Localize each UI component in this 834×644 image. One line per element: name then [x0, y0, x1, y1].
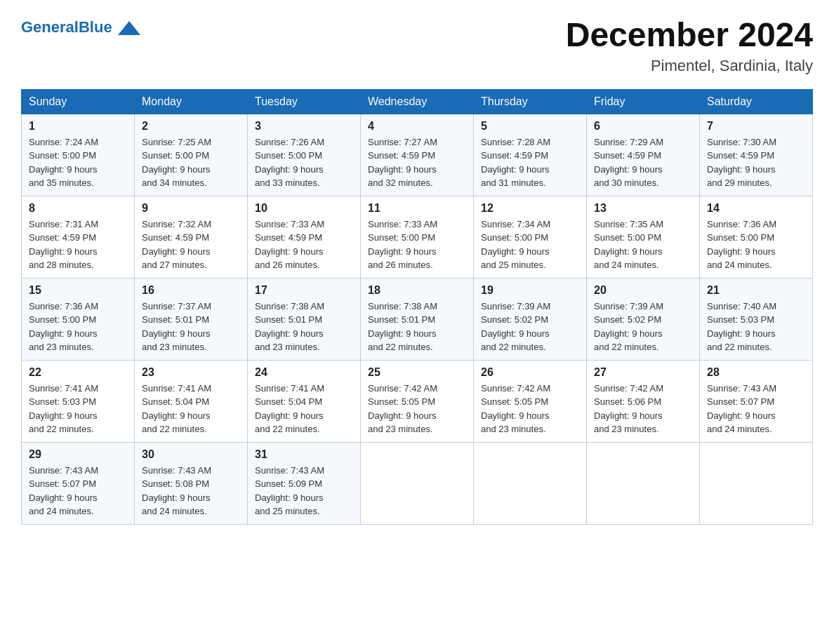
calendar-cell: 7 Sunrise: 7:30 AM Sunset: 4:59 PM Dayli…: [700, 114, 813, 196]
calendar-cell: 28 Sunrise: 7:43 AM Sunset: 5:07 PM Dayl…: [700, 360, 813, 442]
day-info: Sunrise: 7:41 AM Sunset: 5:04 PM Dayligh…: [255, 382, 353, 436]
day-number: 16: [142, 284, 240, 297]
week-row-4: 22 Sunrise: 7:41 AM Sunset: 5:03 PM Dayl…: [22, 360, 813, 442]
day-number: 6: [594, 120, 692, 133]
header-cell-monday: Monday: [135, 89, 248, 114]
day-number: 11: [368, 202, 466, 215]
calendar-cell: 30 Sunrise: 7:43 AM Sunset: 5:08 PM Dayl…: [135, 442, 248, 524]
day-info: Sunrise: 7:29 AM Sunset: 4:59 PM Dayligh…: [594, 135, 692, 190]
calendar-cell: 20 Sunrise: 7:39 AM Sunset: 5:02 PM Dayl…: [587, 278, 700, 360]
day-number: 13: [594, 202, 692, 215]
day-info: Sunrise: 7:43 AM Sunset: 5:07 PM Dayligh…: [29, 464, 127, 518]
day-number: 26: [481, 366, 579, 379]
day-info: Sunrise: 7:27 AM Sunset: 4:59 PM Dayligh…: [368, 135, 466, 190]
day-info: Sunrise: 7:36 AM Sunset: 5:00 PM Dayligh…: [29, 300, 127, 354]
day-info: Sunrise: 7:37 AM Sunset: 5:01 PM Dayligh…: [142, 300, 240, 354]
day-number: 1: [29, 120, 127, 133]
day-info: Sunrise: 7:41 AM Sunset: 5:04 PM Dayligh…: [142, 382, 240, 436]
day-number: 24: [255, 366, 353, 379]
day-info: Sunrise: 7:31 AM Sunset: 4:59 PM Dayligh…: [29, 217, 127, 272]
day-number: 17: [255, 284, 353, 297]
logo-icon: [118, 17, 140, 39]
header-cell-sunday: Sunday: [22, 89, 135, 114]
day-number: 30: [142, 448, 240, 461]
day-info: Sunrise: 7:36 AM Sunset: 5:00 PM Dayligh…: [707, 217, 805, 272]
calendar-body: 1 Sunrise: 7:24 AM Sunset: 5:00 PM Dayli…: [22, 114, 813, 524]
logo: GeneralBlue: [21, 17, 140, 39]
day-number: 19: [481, 284, 579, 297]
calendar-cell: [361, 442, 474, 524]
day-info: Sunrise: 7:39 AM Sunset: 5:02 PM Dayligh…: [481, 300, 579, 354]
header-row: SundayMondayTuesdayWednesdayThursdayFrid…: [22, 89, 813, 114]
day-number: 10: [255, 202, 353, 215]
day-info: Sunrise: 7:38 AM Sunset: 5:01 PM Dayligh…: [368, 300, 466, 354]
calendar-cell: 13 Sunrise: 7:35 AM Sunset: 5:00 PM Dayl…: [587, 196, 700, 278]
day-info: Sunrise: 7:34 AM Sunset: 5:00 PM Dayligh…: [481, 217, 579, 272]
calendar-cell: 8 Sunrise: 7:31 AM Sunset: 4:59 PM Dayli…: [22, 196, 135, 278]
calendar-cell: 15 Sunrise: 7:36 AM Sunset: 5:00 PM Dayl…: [22, 278, 135, 360]
calendar-cell: 25 Sunrise: 7:42 AM Sunset: 5:05 PM Dayl…: [361, 360, 474, 442]
day-number: 28: [707, 366, 805, 379]
day-number: 22: [29, 366, 127, 379]
day-info: Sunrise: 7:42 AM Sunset: 5:05 PM Dayligh…: [368, 382, 466, 436]
day-number: 4: [368, 120, 466, 133]
calendar-cell: 18 Sunrise: 7:38 AM Sunset: 5:01 PM Dayl…: [361, 278, 474, 360]
day-info: Sunrise: 7:43 AM Sunset: 5:07 PM Dayligh…: [707, 382, 805, 436]
calendar-cell: 26 Sunrise: 7:42 AM Sunset: 5:05 PM Dayl…: [474, 360, 587, 442]
calendar-cell: 2 Sunrise: 7:25 AM Sunset: 5:00 PM Dayli…: [135, 114, 248, 196]
header-cell-saturday: Saturday: [700, 89, 813, 114]
header-cell-tuesday: Tuesday: [248, 89, 361, 114]
calendar-cell: 6 Sunrise: 7:29 AM Sunset: 4:59 PM Dayli…: [587, 114, 700, 196]
day-number: 23: [142, 366, 240, 379]
day-info: Sunrise: 7:41 AM Sunset: 5:03 PM Dayligh…: [29, 382, 127, 436]
calendar-cell: 5 Sunrise: 7:28 AM Sunset: 4:59 PM Dayli…: [474, 114, 587, 196]
day-number: 18: [368, 284, 466, 297]
day-info: Sunrise: 7:28 AM Sunset: 4:59 PM Dayligh…: [481, 135, 579, 190]
day-info: Sunrise: 7:40 AM Sunset: 5:03 PM Dayligh…: [707, 300, 805, 354]
day-number: 25: [368, 366, 466, 379]
week-row-2: 8 Sunrise: 7:31 AM Sunset: 4:59 PM Dayli…: [22, 196, 813, 278]
logo-blue: Blue: [79, 18, 112, 36]
calendar-cell: 11 Sunrise: 7:33 AM Sunset: 5:00 PM Dayl…: [361, 196, 474, 278]
day-info: Sunrise: 7:33 AM Sunset: 4:59 PM Dayligh…: [255, 217, 353, 272]
calendar-cell: 27 Sunrise: 7:42 AM Sunset: 5:06 PM Dayl…: [587, 360, 700, 442]
month-title: December 2024: [566, 17, 813, 54]
calendar-cell: 21 Sunrise: 7:40 AM Sunset: 5:03 PM Dayl…: [700, 278, 813, 360]
day-info: Sunrise: 7:38 AM Sunset: 5:01 PM Dayligh…: [255, 300, 353, 354]
calendar-cell: 23 Sunrise: 7:41 AM Sunset: 5:04 PM Dayl…: [135, 360, 248, 442]
day-number: 7: [707, 120, 805, 133]
day-info: Sunrise: 7:32 AM Sunset: 4:59 PM Dayligh…: [142, 217, 240, 272]
calendar-cell: 24 Sunrise: 7:41 AM Sunset: 5:04 PM Dayl…: [248, 360, 361, 442]
location-title: Pimentel, Sardinia, Italy: [566, 57, 813, 75]
calendar-cell: [700, 442, 813, 524]
day-number: 27: [594, 366, 692, 379]
calendar-cell: 16 Sunrise: 7:37 AM Sunset: 5:01 PM Dayl…: [135, 278, 248, 360]
week-row-5: 29 Sunrise: 7:43 AM Sunset: 5:07 PM Dayl…: [22, 442, 813, 524]
header-cell-thursday: Thursday: [474, 89, 587, 114]
day-info: Sunrise: 7:24 AM Sunset: 5:00 PM Dayligh…: [29, 135, 127, 190]
calendar-cell: 4 Sunrise: 7:27 AM Sunset: 4:59 PM Dayli…: [361, 114, 474, 196]
day-number: 9: [142, 202, 240, 215]
calendar-cell: 9 Sunrise: 7:32 AM Sunset: 4:59 PM Dayli…: [135, 196, 248, 278]
day-info: Sunrise: 7:42 AM Sunset: 5:05 PM Dayligh…: [481, 382, 579, 436]
day-info: Sunrise: 7:35 AM Sunset: 5:00 PM Dayligh…: [594, 217, 692, 272]
calendar-cell: 1 Sunrise: 7:24 AM Sunset: 5:00 PM Dayli…: [22, 114, 135, 196]
day-number: 5: [481, 120, 579, 133]
calendar-header: SundayMondayTuesdayWednesdayThursdayFrid…: [22, 89, 813, 114]
day-number: 15: [29, 284, 127, 297]
day-number: 14: [707, 202, 805, 215]
day-number: 12: [481, 202, 579, 215]
page-header: GeneralBlue December 2024 Pimentel, Sard…: [21, 17, 813, 75]
day-info: Sunrise: 7:26 AM Sunset: 5:00 PM Dayligh…: [255, 135, 353, 190]
day-number: 21: [707, 284, 805, 297]
header-cell-wednesday: Wednesday: [361, 89, 474, 114]
day-info: Sunrise: 7:39 AM Sunset: 5:02 PM Dayligh…: [594, 300, 692, 354]
day-number: 20: [594, 284, 692, 297]
calendar-cell: 12 Sunrise: 7:34 AM Sunset: 5:00 PM Dayl…: [474, 196, 587, 278]
header-cell-friday: Friday: [587, 89, 700, 114]
week-row-3: 15 Sunrise: 7:36 AM Sunset: 5:00 PM Dayl…: [22, 278, 813, 360]
day-number: 3: [255, 120, 353, 133]
calendar-cell: 19 Sunrise: 7:39 AM Sunset: 5:02 PM Dayl…: [474, 278, 587, 360]
day-info: Sunrise: 7:30 AM Sunset: 4:59 PM Dayligh…: [707, 135, 805, 190]
day-info: Sunrise: 7:43 AM Sunset: 5:08 PM Dayligh…: [142, 464, 240, 518]
